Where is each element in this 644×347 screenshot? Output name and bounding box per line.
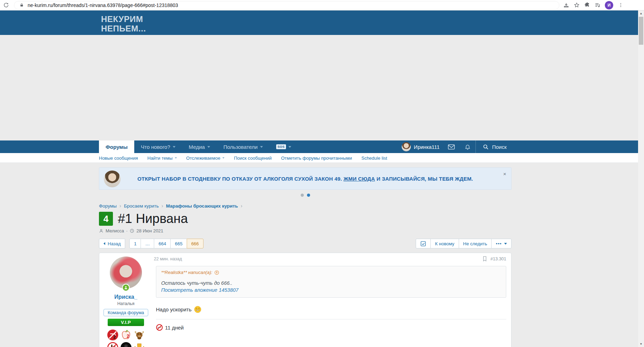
user-avatar — [402, 142, 411, 151]
nav-tab-sos[interactable]: SOS — [270, 140, 298, 153]
nav-tab-label: Пользователи — [223, 144, 258, 150]
page-button-666-current[interactable]: 666 — [187, 239, 203, 248]
breadcrumb-forums[interactable]: Форумы — [99, 203, 117, 209]
browser-profile-avatar[interactable]: И — [605, 1, 613, 9]
thread-author[interactable]: Мелисса — [106, 228, 124, 233]
account-username: Иринка111 — [414, 144, 440, 150]
post-message-text: Надо ускорить — [156, 306, 192, 312]
thread-date: 28 Июн 2021 — [136, 228, 163, 233]
bull-badge — [134, 329, 145, 341]
post-username[interactable]: Ириска_ — [99, 294, 152, 300]
subnav-find-threads[interactable]: Найти темы — [148, 156, 177, 161]
nav-tab-whats-new[interactable]: Что нового? — [134, 140, 182, 153]
vip-badge: V.I.P — [108, 319, 144, 326]
quote-attribution-text: **Realistka** написал(а): — [161, 270, 212, 275]
scroll-down-icon[interactable]: ▼ — [638, 341, 644, 347]
back-button[interactable]: Назад — [99, 239, 125, 248]
quote-block: **Realistka** написал(а): Осталось чуть-… — [156, 266, 506, 298]
scroll-up-icon[interactable]: ▲ — [638, 10, 644, 16]
browser-menu-icon[interactable] — [617, 2, 624, 8]
close-icon[interactable]: × — [503, 171, 506, 176]
page-scrollbar[interactable]: ▲ ▼ — [638, 10, 644, 347]
install-icon[interactable] — [563, 2, 569, 8]
subnav-search-posts[interactable]: Поиск сообщений — [234, 156, 272, 161]
post-user-realname: Наталья — [99, 301, 152, 306]
banner-link[interactable]: ЖМИ СЮДА — [343, 176, 375, 182]
account-menu[interactable]: Иринка111 — [398, 142, 443, 151]
user-role-badge: Команда форума — [103, 309, 148, 316]
page-title: #1 Нирвана — [118, 211, 188, 226]
to-new-button[interactable]: К новому — [430, 239, 459, 248]
inbox-icon[interactable] — [443, 144, 460, 150]
avatar[interactable] — [110, 256, 142, 289]
chevron-down-icon — [175, 157, 177, 159]
subnav-schedule-list[interactable]: Schedule list — [362, 156, 387, 161]
select-posts-button[interactable] — [416, 239, 431, 248]
media-controls-icon[interactable] — [594, 2, 601, 8]
thread-actions: К новому Не следить ••• — [416, 239, 511, 248]
logo-line2: НЕПЬЕМ... — [101, 24, 511, 34]
no-smoking-badge: 2 — [107, 329, 119, 341]
more-dots: ••• — [496, 241, 502, 246]
nav-tab-users[interactable]: Пользователи — [217, 140, 270, 153]
nav-tab-forums[interactable]: Форумы — [99, 140, 134, 153]
forum-post: Ириска_ Наталья Команда форума V.I.P 2 2 — [99, 253, 511, 347]
thread-meta: Мелисса · 28 Июн 2021 — [99, 228, 511, 233]
reload-icon[interactable] — [3, 2, 9, 8]
unfollow-button[interactable]: Не следить — [459, 239, 492, 248]
url-text[interactable]: ne-kurim.ru/forum/threads/1-nirvana.6397… — [28, 2, 178, 8]
site-logo[interactable]: НЕКУРИМ НЕПЬЕМ... — [101, 10, 511, 34]
page-button-664[interactable]: 664 — [154, 239, 171, 248]
grin-emoji — [194, 306, 201, 313]
search-button[interactable]: Поиск — [475, 140, 511, 153]
more-menu-button[interactable]: ••• — [491, 239, 511, 248]
attachment-link[interactable]: Посмотреть вложение 1453807 — [161, 287, 501, 293]
banner-avatar — [104, 171, 121, 187]
quote-attribution[interactable]: **Realistka** написал(а): — [161, 270, 501, 275]
arrow-left-icon — [103, 242, 105, 245]
bookmark-star-icon[interactable] — [573, 2, 580, 8]
post-user-panel: Ириска_ Наталья Команда форума V.I.P 2 2 — [99, 253, 152, 347]
ninja-badge — [120, 342, 132, 347]
banner-text-before: ОТКРЫТ НАБОР В СТОДНЕВКУ ПО ОТКАЗУ ОТ АЛ… — [137, 176, 343, 182]
site-header: НЕКУРИМ НЕПЬЕМ... — [0, 10, 638, 35]
notice-banner[interactable]: ОТКРЫТ НАБОР В СТОДНЕВКУ ПО ОТКАЗУ ОТ АЛ… — [99, 167, 511, 190]
clock-icon — [130, 229, 134, 233]
svg-text:2: 2 — [127, 334, 129, 339]
logo-line1: НЕКУРИМ — [101, 15, 511, 24]
carousel-dot-1[interactable] — [301, 194, 304, 197]
signature-text: 11 дней — [165, 325, 184, 331]
thread-prefix-badge[interactable]: 4 — [99, 212, 113, 226]
sub-navbar: Новые сообщения Найти темы Отслеживаемое… — [0, 153, 638, 163]
no-smoking-icon — [156, 324, 163, 331]
breadcrumb-marathons[interactable]: Марафоны бросающих курить — [166, 203, 238, 209]
bookmark-icon[interactable] — [482, 256, 487, 261]
subnav-new-posts[interactable]: Новые сообщения — [99, 156, 138, 161]
subnav-mark-read[interactable]: Отметить форумы прочитанными — [281, 156, 352, 161]
subnav-watched[interactable]: Отслеживаемое — [186, 156, 225, 161]
main-navbar: Форумы Что нового? Медиа Пользователи SO… — [0, 140, 638, 153]
page-button-1[interactable]: 1 — [129, 239, 141, 248]
address-bar[interactable]: ne-kurim.ru/forum/threads/1-nirvana.6397… — [14, 1, 559, 9]
extensions-icon[interactable] — [584, 2, 590, 8]
quote-text: Осталось чуть-чуть до 666.. — [161, 280, 501, 286]
carousel-dot-2[interactable] — [307, 194, 310, 197]
pagination: 1 … 664 665 666 — [129, 239, 203, 248]
page-button-665[interactable]: 665 — [170, 239, 187, 248]
goto-quoted-post-icon[interactable] — [214, 270, 219, 275]
breadcrumb-quit-smoking[interactable]: Бросаем курить — [124, 203, 159, 209]
nav-tab-label: Что нового? — [141, 144, 170, 150]
breadcrumb-separator: › — [120, 203, 121, 209]
page-ellipsis[interactable]: … — [141, 239, 154, 248]
sos-badge: SOS — [276, 144, 286, 149]
post-number[interactable]: #13.301 — [491, 256, 506, 261]
nav-tab-media[interactable]: Медиа — [182, 140, 217, 153]
apple-badge: 2 — [120, 329, 132, 341]
search-icon — [483, 144, 489, 150]
post-timestamp[interactable]: 22 мин. назад — [154, 256, 182, 261]
scrollbar-thumb[interactable] — [639, 17, 643, 45]
alerts-bell-icon[interactable] — [460, 144, 475, 150]
lock-icon — [19, 2, 25, 8]
back-label: Назад — [108, 241, 121, 246]
banner-text-after: И ЗАПИСЫВАЙСЯ, МЫ ТЕБЯ ЖДЕМ. — [375, 176, 473, 182]
